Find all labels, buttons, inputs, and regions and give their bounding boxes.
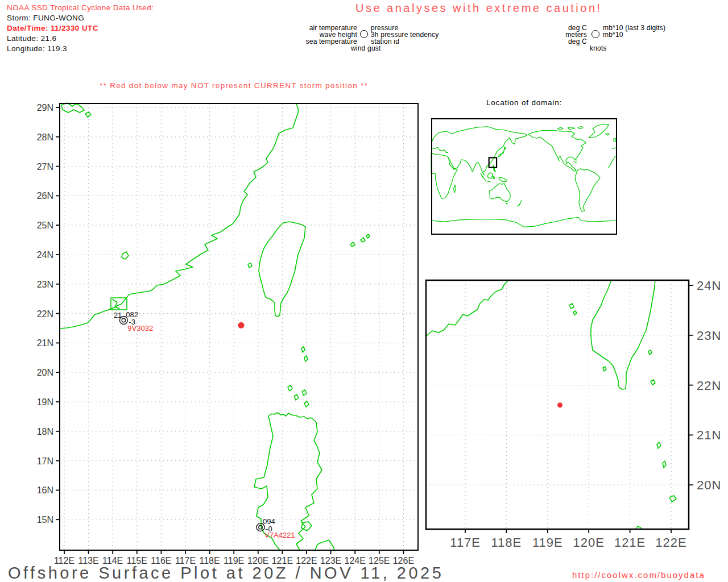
station-id: 9V3032 xyxy=(127,324,153,332)
world-coastline xyxy=(490,184,510,202)
coastline xyxy=(361,238,365,242)
lat-tick-label: 17N xyxy=(37,456,53,466)
lon-tick-label: 118E xyxy=(491,535,522,550)
world-coastline xyxy=(431,153,457,199)
lon-tick-label: 117E xyxy=(450,535,481,550)
lat-tick-label: 20N xyxy=(37,368,53,377)
world-coastline xyxy=(575,169,600,211)
world-coastline xyxy=(528,131,586,171)
source-url-link[interactable]: http://coolwx.com/buoydata xyxy=(572,570,705,580)
coastline xyxy=(648,350,652,355)
offshore-surface-plot-page: NOAA SSD Tropical Cyclone Data Used: Sto… xyxy=(0,0,728,582)
world-coastline xyxy=(493,176,495,179)
world-coastline xyxy=(493,165,496,172)
plot-title: Offshore Surface Plot at 20Z / NOV 11, 2… xyxy=(8,564,444,582)
inset-title: Location of domain: xyxy=(431,98,617,107)
world-coastline xyxy=(486,181,490,181)
caution-banner: Use analyses with extreme caution! xyxy=(355,2,602,15)
coastline xyxy=(113,300,119,309)
world-coastline xyxy=(481,173,485,181)
lon-tick-label: 120E xyxy=(573,535,605,550)
coastline xyxy=(288,385,292,391)
storm-position-dot xyxy=(238,322,244,329)
lon-tick-label: 122E xyxy=(655,535,686,550)
coastline xyxy=(366,234,370,238)
lat-tick-label: 20N xyxy=(697,478,721,492)
lat-tick-label: 21N xyxy=(37,338,53,348)
lat-tick-label: 22N xyxy=(697,379,721,393)
coastline xyxy=(61,103,84,113)
lat-tick-label: 19N xyxy=(37,397,53,407)
station-circle-icon xyxy=(122,318,125,322)
station-circle-icon xyxy=(259,525,262,529)
coastline xyxy=(294,394,299,400)
inset-frame xyxy=(432,119,617,234)
main-surface-map: 112E113E114E115E116E117E118E119E120E121E… xyxy=(17,98,427,569)
world-coastline xyxy=(454,185,456,193)
lat-tick-label: 16N xyxy=(37,485,53,495)
lat-tick-label: 24N xyxy=(37,250,53,260)
header-storm-line: Storm: FUNG-WONG xyxy=(7,14,84,22)
world-coastline xyxy=(487,173,493,178)
coastline xyxy=(569,304,574,309)
world-coastline xyxy=(614,138,615,142)
coastline xyxy=(85,112,91,117)
header-source-line: NOAA SSD Tropical Cyclone Data Used: xyxy=(7,3,154,12)
lat-tick-label: 23N xyxy=(697,329,721,343)
station-circle-icon xyxy=(360,30,368,38)
coastline xyxy=(657,442,661,448)
world-coastline xyxy=(518,201,522,206)
units-deg-c-2: deg C xyxy=(540,38,587,45)
station-id: V7A4221 xyxy=(264,531,295,539)
storm-position-warning: ** Red dot below may NOT represent CURRE… xyxy=(100,81,368,90)
lat-tick-label: 25N xyxy=(37,221,53,230)
world-coastline xyxy=(506,203,507,205)
coastline xyxy=(651,380,655,385)
units-knots: knots xyxy=(590,45,607,52)
header-longitude-line: Longitude: 119.3 xyxy=(7,44,67,53)
lat-tick-label: 27N xyxy=(37,162,53,172)
coastline xyxy=(254,413,322,550)
coastline xyxy=(122,252,129,259)
world-coastline xyxy=(431,147,448,152)
station-plot-V7A4221: 094-0V7A4221 xyxy=(257,517,295,539)
coastline xyxy=(669,496,676,502)
world-coastline xyxy=(568,127,574,130)
coastline xyxy=(315,540,334,550)
coastline xyxy=(248,263,252,268)
coastline xyxy=(603,367,606,371)
lat-tick-label: 23N xyxy=(37,280,53,289)
header-datetime-line: Date/Time: 11/2330 UTC xyxy=(7,24,98,32)
world-location-inset-map xyxy=(431,118,617,235)
coastline xyxy=(573,311,577,315)
lat-tick-label: 22N xyxy=(37,309,53,319)
world-coastline xyxy=(431,217,617,227)
coastline xyxy=(304,356,308,361)
header-latitude-line: Latitude: 21.6 xyxy=(7,34,56,43)
coastline xyxy=(259,222,305,317)
coastline xyxy=(663,461,666,468)
world-coastline xyxy=(431,127,527,175)
world-coastline xyxy=(589,124,609,138)
storm-position-dot xyxy=(557,402,562,408)
legend-wind-gust: wind gust xyxy=(351,45,381,52)
coastline xyxy=(350,242,355,247)
station-circle-icon xyxy=(592,30,599,38)
world-coastline xyxy=(574,161,577,163)
world-coastline xyxy=(499,177,507,182)
coastline xyxy=(302,390,307,396)
lat-tick-label: 26N xyxy=(37,191,53,201)
world-coastline xyxy=(609,155,618,168)
station-plot-9V3032: 21082-39V3032 xyxy=(114,310,153,332)
lat-tick-label: 29N xyxy=(37,103,53,113)
lat-tick-label: 21N xyxy=(697,428,721,442)
world-coastline xyxy=(558,127,564,130)
lat-tick-label: 15N xyxy=(37,515,53,525)
coastline xyxy=(591,280,655,389)
world-coastline xyxy=(606,134,609,135)
coastline xyxy=(301,347,305,352)
lat-tick-label: 28N xyxy=(37,132,53,142)
coastline xyxy=(426,280,508,336)
station-air-temp: 21 xyxy=(114,311,122,319)
units-mb10: mb*10 xyxy=(603,31,623,38)
